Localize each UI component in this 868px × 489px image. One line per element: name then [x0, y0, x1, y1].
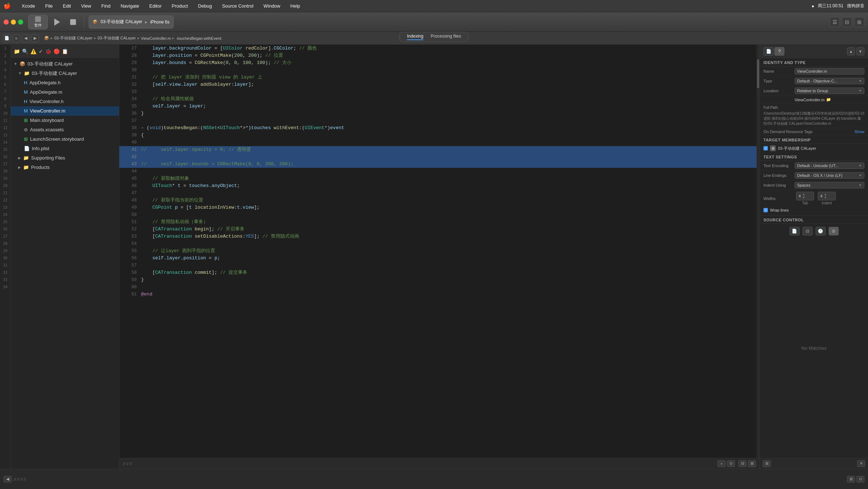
line-endings-dropdown[interactable]: Default - OS X / Unix (LF) ▼ — [795, 172, 864, 179]
tree-item-assets[interactable]: ⊛ Assets.xcassets — [11, 125, 119, 135]
log-icon[interactable]: 📋 — [62, 48, 68, 54]
text-encoding-row: Text Encoding Default - Unicode (UT... ▼ — [760, 161, 868, 171]
menu-window[interactable]: Window — [261, 3, 282, 9]
split-editor-button[interactable]: ⊟ — [739, 460, 746, 467]
editor-options-button[interactable]: ⊙ — [727, 460, 735, 467]
add-file-button[interactable]: + — [718, 460, 726, 467]
reveal-in-finder-icon[interactable]: 📁 — [826, 97, 831, 102]
apple-menu[interactable]: 🍎 — [4, 3, 11, 9]
bc-folder[interactable]: 03-手动创建 CALayer — [98, 35, 136, 41]
text-encoding-dropdown[interactable]: Default - Unicode (UT... ▼ — [795, 162, 864, 169]
project-icon: 📦 — [20, 60, 25, 68]
menu-editor[interactable]: Editor — [147, 3, 164, 9]
fullscreen-button[interactable] — [18, 20, 23, 25]
code-editor[interactable]: 27 layer.backgroundColor = [UIColor redC… — [119, 45, 760, 469]
code-line-47: 47 — [119, 190, 757, 197]
warning-icon[interactable]: ⚠️ — [30, 48, 37, 54]
inspector-panel: 📄 ? ▲ ▼ Identity and Type Name ViewContr… — [760, 45, 868, 469]
stop-button[interactable]: 暂停 — [28, 15, 48, 29]
sc-diff-btn[interactable]: ⊟ — [803, 227, 813, 235]
bottom-status-bar: ◀ // // // // ⊞ ⊙ — [0, 469, 868, 489]
tree-item-project[interactable]: ▼ 📦 03-手动创建 CALayer — [11, 59, 119, 69]
tree-item-info-plist[interactable]: 📄 Info.plist — [11, 144, 119, 153]
file-navigator: 📁 🔍 ⚠️ ✓ 🐞 🔴 📋 ▼ 📦 03-手动创建 CALayer ▼ 📁 0… — [11, 45, 119, 469]
bc-method[interactable]: -touchesBegan:withEvent: — [176, 36, 222, 41]
sc-grid-btn[interactable]: ⊞ — [829, 227, 839, 235]
menu-view[interactable]: View — [79, 3, 93, 9]
quick-help-tab[interactable]: ? — [774, 47, 784, 56]
menu-edit[interactable]: Edit — [61, 3, 73, 9]
utilities-toggle[interactable]: ⊞ — [854, 17, 864, 27]
inspector-close-btn[interactable]: ✕ — [857, 460, 865, 467]
navigator-toggle[interactable]: ☰ — [830, 17, 840, 27]
test-icon[interactable]: ✓ — [39, 48, 43, 54]
menu-product[interactable]: Product — [170, 3, 190, 9]
tree-item-group[interactable]: ▼ 📁 03-手动创建 CALayer — [11, 69, 119, 78]
menu-debug[interactable]: Debug — [196, 3, 214, 9]
objc-icon: M — [24, 88, 28, 96]
file-view-icon[interactable]: 📄 — [3, 34, 11, 42]
menu-navigate[interactable]: Navigate — [118, 3, 141, 9]
breakpoint-icon[interactable]: 🔴 — [54, 48, 60, 54]
close-button[interactable] — [4, 20, 9, 25]
stop-square-button[interactable] — [67, 16, 80, 29]
file-name-viewcontroller-h: ViewController.h — [29, 98, 63, 106]
name-dropdown[interactable]: ViewController.m — [795, 68, 864, 75]
tree-item-main-storyboard[interactable]: ⊞ Main.storyboard — [11, 116, 119, 125]
minimize-button[interactable] — [11, 20, 16, 25]
tree-item-products[interactable]: ▶ 📁 Products — [11, 163, 119, 172]
scroll-thumb[interactable] — [757, 59, 759, 88]
search-icon[interactable]: 🔍 — [22, 48, 28, 54]
tree-item-launchscreen[interactable]: ⊞ LaunchScreen.storyboard — [11, 135, 119, 144]
target-icon: ⚙ — [770, 145, 776, 151]
code-line-53: 53 [CATransaction setDisableActions:YES]… — [119, 233, 757, 240]
code-area[interactable]: 27 layer.backgroundColor = [UIColor redC… — [119, 45, 760, 458]
folder-icon[interactable]: 📁 — [14, 48, 20, 54]
wrap-lines-checkbox[interactable]: ✓ — [763, 208, 768, 212]
tree-item-supporting-files[interactable]: ▶ 📁 Supporting Files — [11, 153, 119, 163]
indent-width-input[interactable]: 4 ▲ ▼ — [818, 192, 836, 200]
bc-file[interactable]: ViewController.m — [141, 36, 171, 41]
canvas-btn[interactable]: ⊙ — [856, 476, 864, 482]
bc-project[interactable]: 03-手动创建 CALayer — [54, 35, 93, 41]
list-view-icon[interactable]: ≡ — [12, 34, 20, 42]
debug-toggle[interactable]: ⊟ — [842, 17, 852, 27]
menu-file[interactable]: File — [43, 3, 55, 9]
scroll-bar[interactable] — [757, 45, 760, 458]
show-button[interactable]: Show — [854, 129, 864, 134]
tab-width-input[interactable]: 4 ▲ ▼ — [796, 192, 814, 200]
structure-btn[interactable]: ⊞ — [847, 476, 855, 482]
scheme-selector[interactable]: 📦 03-手动创建 CALayer ▸ iPhone 6s — [89, 16, 174, 29]
indent-using-dropdown[interactable]: Spaces ▼ — [795, 182, 864, 188]
tree-item-appdelegate-m[interactable]: M AppDelegate.m — [11, 88, 119, 97]
tree-item-appdelegate-h[interactable]: H AppDelegate.h — [11, 78, 119, 88]
back-nav-icon[interactable]: ◀ — [22, 34, 30, 42]
menu-xcode[interactable]: Xcode — [20, 3, 37, 9]
menu-source-control[interactable]: Source Control — [220, 3, 256, 9]
location-dropdown[interactable]: Relative to Group ▼ — [795, 88, 864, 94]
issue-nav-button[interactable]: ◀ — [4, 476, 12, 482]
inspector-expand-btn[interactable]: ⊞ — [763, 460, 771, 467]
code-lines[interactable]: 27 layer.backgroundColor = [UIColor redC… — [119, 45, 757, 458]
tree-item-viewcontroller-h[interactable]: H ViewController.h — [11, 97, 119, 106]
type-label: Type — [763, 79, 792, 83]
tree-item-viewcontroller-m[interactable]: M ViewController.m — [11, 106, 119, 116]
expand-button[interactable]: ⊞ — [748, 460, 756, 467]
input-method[interactable]: 搜狗拼音 — [847, 3, 864, 9]
indent-stepper[interactable]: ▲ ▼ — [824, 193, 827, 199]
file-inspector-tab[interactable]: 📄 — [763, 47, 774, 56]
tab-stepper[interactable]: ▲ ▼ — [802, 193, 805, 199]
sc-add-btn[interactable]: 📄 — [790, 227, 800, 235]
menu-help[interactable]: Help — [288, 3, 302, 9]
bc-1[interactable]: 📦 — [44, 36, 49, 41]
debug-icon[interactable]: 🐞 — [45, 48, 51, 54]
forward-nav-icon[interactable]: ▶ — [31, 34, 39, 42]
inspector-nav-down[interactable]: ▼ — [856, 47, 864, 55]
run-button[interactable] — [51, 16, 64, 29]
sc-clock-btn[interactable]: 🕐 — [816, 227, 826, 235]
target-checkbox[interactable]: ✓ — [763, 146, 768, 150]
assets-icon: ⊛ — [24, 126, 28, 134]
type-dropdown[interactable]: Default - Objective-C... ▼ — [795, 78, 864, 84]
menu-find[interactable]: Find — [99, 3, 112, 9]
inspector-nav-up[interactable]: ▲ — [847, 47, 855, 55]
